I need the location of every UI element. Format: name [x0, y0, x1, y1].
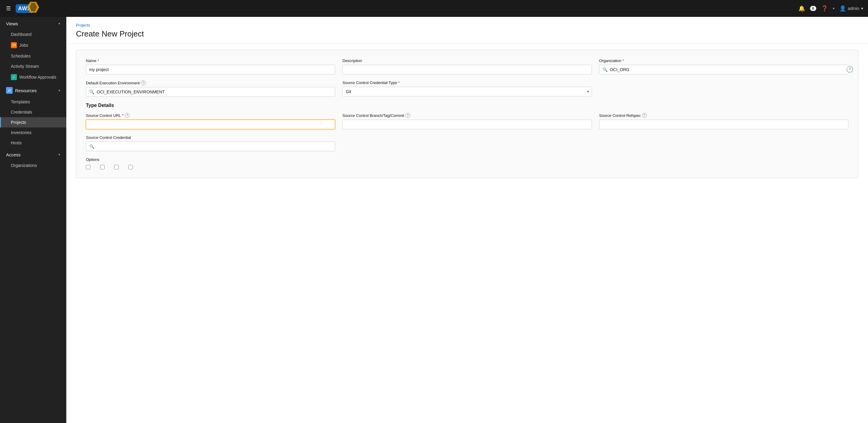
option-checkbox-4[interactable] [128, 165, 133, 169]
sidebar-item-activity-stream[interactable]: Activity Stream [0, 61, 66, 71]
notification-count-badge: 0 [810, 6, 816, 11]
notification-bell-icon[interactable]: 🔔 [798, 5, 805, 12]
option-item-4[interactable] [128, 165, 133, 169]
scm-url-label: Source Control URL * ? [86, 113, 335, 118]
org-search-icon[interactable]: 🔍 [602, 67, 608, 72]
sidebar-item-label: Jobs [19, 43, 28, 47]
exec-env-field-group: Default Execution Environment ? 🔍 [86, 80, 335, 97]
description-input[interactable] [342, 65, 592, 74]
history-icon[interactable]: 🕐 [846, 66, 854, 73]
scm-credential-input-wrapper: 🔍 [86, 141, 335, 151]
sidebar-item-dashboard[interactable]: Dashboard [0, 29, 66, 39]
option-checkbox-2[interactable] [100, 165, 104, 169]
user-avatar-icon: 👤 [839, 5, 846, 12]
form-row-3: Source Control URL * ? Source Control Br… [86, 113, 848, 129]
scm-type-required-star: * [398, 81, 400, 85]
sidebar: Views ▾ Dashboard 39 Jobs Schedules Acti… [0, 17, 66, 423]
organization-input[interactable] [610, 65, 845, 74]
name-required-star: * [98, 59, 99, 63]
user-name-label: admin [848, 6, 859, 11]
scm-url-input[interactable] [86, 120, 335, 129]
option-checkbox-3[interactable] [114, 165, 119, 169]
scm-credential-input[interactable] [97, 142, 332, 151]
type-details-section-title: Type Details [86, 103, 848, 108]
options-row [86, 165, 848, 169]
sidebar-views-header[interactable]: Views ▾ [0, 17, 66, 29]
sidebar-views-section: Views ▾ Dashboard 39 Jobs Schedules Acti… [0, 17, 66, 83]
logo-hex-icon [27, 2, 39, 13]
sidebar-item-schedules[interactable]: Schedules [0, 51, 66, 61]
scm-branch-input[interactable] [342, 120, 592, 129]
scm-refspec-input[interactable] [599, 120, 848, 129]
sidebar-access-label: Access [6, 152, 21, 157]
scm-type-select[interactable]: Manual Git SVN Insights Remote Archive [342, 87, 592, 96]
sidebar-access-header[interactable]: Access ▾ [0, 148, 66, 160]
help-chevron-icon[interactable]: ▾ [833, 6, 835, 10]
sidebar-item-projects[interactable]: Projects [0, 117, 66, 127]
sidebar-item-workflow-approvals[interactable]: ✓ Workflow Approvals [0, 71, 66, 83]
org-required-star: * [622, 59, 624, 63]
organization-field-group: Organization * 🔍 [599, 59, 848, 74]
name-field-group: Name * [86, 59, 335, 74]
organization-input-wrapper: 🔍 [599, 65, 848, 74]
help-icon[interactable]: ❓ [821, 5, 828, 12]
sidebar-item-jobs[interactable]: 39 Jobs [0, 39, 66, 51]
scm-type-label: Source Control Credential Type * [342, 80, 592, 85]
option-checkbox-1[interactable] [86, 165, 90, 169]
sidebar-item-label: Projects [11, 120, 26, 125]
exec-env-help-icon[interactable]: ? [141, 80, 146, 85]
jobs-badge-icon: 39 [11, 42, 17, 48]
description-label: Description [342, 59, 592, 63]
organization-label: Organization * [599, 59, 848, 63]
sidebar-item-inventories[interactable]: Inventories [0, 127, 66, 138]
scm-credential-field-group: Source Control Credential 🔍 [86, 135, 335, 151]
scm-refspec-label: Source Control Refspec ? [599, 113, 848, 118]
sidebar-item-label: Workflow Approvals [19, 75, 56, 79]
sidebar-item-hosts[interactable]: Hosts [0, 138, 66, 148]
workflow-approval-badge-icon: ✓ [11, 74, 17, 80]
user-menu-chevron-icon: ▾ [861, 6, 863, 11]
form-row-2: Default Execution Environment ? 🔍 Source… [86, 80, 848, 97]
scm-url-required-star: * [122, 113, 124, 118]
exec-env-input-wrapper: 🔍 [86, 87, 335, 97]
breadcrumb[interactable]: Projects [76, 23, 858, 27]
name-input[interactable] [86, 65, 335, 74]
option-item-1[interactable] [86, 165, 90, 169]
scm-branch-help-icon[interactable]: ? [405, 113, 410, 118]
scm-type-select-wrapper: Manual Git SVN Insights Remote Archive ▾ [342, 87, 592, 96]
sidebar-item-label: Schedules [11, 54, 30, 59]
page-title: Create New Project [76, 29, 858, 39]
sidebar-item-templates[interactable]: Templates [0, 97, 66, 107]
sidebar-item-organizations[interactable]: Organizations [0, 160, 66, 170]
exec-env-label: Default Execution Environment ? [86, 80, 335, 85]
name-label: Name * [86, 59, 335, 63]
sidebar-resources-label: Resources [15, 88, 37, 93]
options-label: Options [86, 157, 848, 162]
logo: AWX [16, 4, 34, 13]
exec-env-search-icon[interactable]: 🔍 [89, 90, 94, 94]
scm-url-help-icon[interactable]: ? [125, 113, 130, 118]
description-field-group: Description [342, 59, 592, 74]
hamburger-menu-icon[interactable]: ☰ [5, 4, 12, 13]
option-item-2[interactable] [100, 165, 104, 169]
scm-credential-search-icon[interactable]: 🔍 [89, 144, 94, 149]
create-project-form: Name * Description Organization * [76, 50, 858, 178]
scm-branch-field-group: Source Control Branch/Tag/Commit ? [342, 113, 592, 129]
sidebar-resources-header[interactable]: ⇄ Resources ▾ [0, 83, 66, 97]
access-chevron-icon: ▾ [59, 153, 60, 157]
form-row-1: Name * Description Organization * [86, 59, 848, 74]
exec-env-input[interactable] [97, 87, 332, 96]
scm-url-field-group: Source Control URL * ? [86, 113, 335, 129]
option-item-3[interactable] [114, 165, 119, 169]
sidebar-access-section: Access ▾ Organizations [0, 148, 66, 170]
content-area: Projects Create New Project 🕐 Name * Des… [66, 17, 868, 423]
user-menu[interactable]: 👤 admin ▾ [839, 5, 863, 12]
sidebar-item-label: Templates [11, 99, 30, 104]
sidebar-item-label: Inventories [11, 130, 31, 135]
scm-type-field-group: Source Control Credential Type * Manual … [342, 80, 592, 96]
scm-credential-label: Source Control Credential [86, 135, 335, 140]
scm-refspec-field-group: Source Control Refspec ? [599, 113, 848, 129]
sidebar-item-credentials[interactable]: Credentials [0, 107, 66, 117]
resources-chevron-icon: ▾ [59, 89, 60, 93]
scm-refspec-help-icon[interactable]: ? [642, 113, 647, 118]
